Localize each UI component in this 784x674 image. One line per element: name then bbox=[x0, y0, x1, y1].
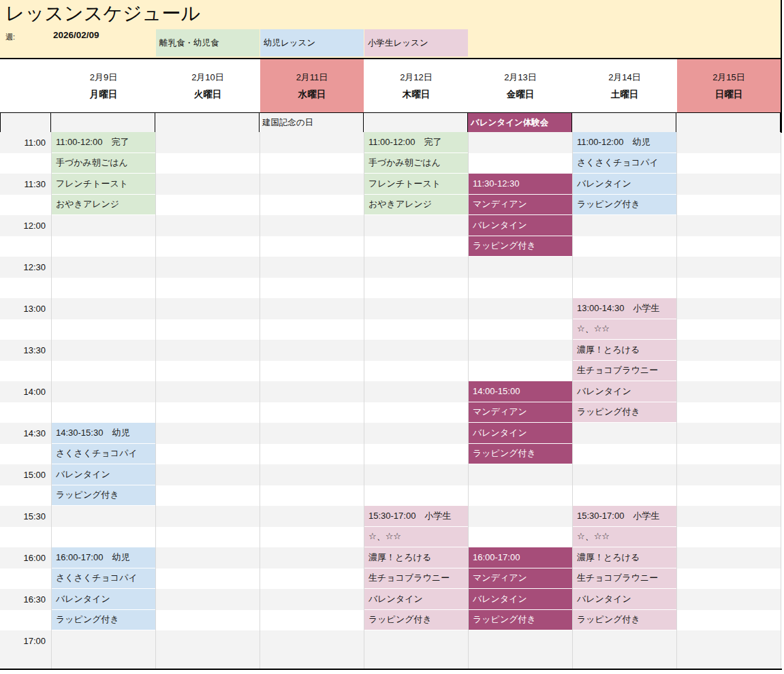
holiday-cell-time[interactable] bbox=[0, 113, 51, 132]
time-label[interactable]: 16:00 bbox=[0, 547, 46, 568]
row-band bbox=[0, 278, 781, 299]
event-line: バレンタイン bbox=[469, 215, 572, 236]
event-line: バレンタイン bbox=[469, 423, 572, 444]
date-label: 2月14日 bbox=[608, 71, 641, 84]
time-label[interactable]: 13:30 bbox=[0, 340, 46, 361]
date-header-day-3[interactable]: 2月12日木曜日 bbox=[364, 59, 468, 112]
week-label: 週: bbox=[5, 32, 15, 42]
time-label[interactable]: 17:00 bbox=[0, 630, 46, 652]
event-line: 濃厚！とろける bbox=[573, 340, 676, 361]
event-line: マンディアン bbox=[469, 402, 572, 423]
event-line: 15:30-17:00 小学生 bbox=[364, 506, 468, 527]
event-line: ラッピング付き bbox=[52, 610, 155, 631]
date-header-day-0[interactable]: 2月9日月曜日 bbox=[52, 59, 155, 112]
legend-chip-pink[interactable]: 小学生レッスン bbox=[364, 29, 468, 57]
event-block[interactable]: 14:30-15:30 幼児さくさくチョコパイバレンタインラッピング付き bbox=[52, 423, 155, 506]
date-label: 2月12日 bbox=[400, 71, 433, 84]
column-separator bbox=[155, 132, 156, 669]
event-line: ラッピング付き bbox=[469, 236, 572, 257]
event-line: マンディアン bbox=[469, 195, 572, 216]
holiday-cell-day-6[interactable] bbox=[676, 113, 781, 132]
date-header-row: 2月9日月曜日2月10日火曜日2月11日水曜日2月12日木曜日2月13日金曜日2… bbox=[0, 59, 784, 112]
event-block[interactable]: 13:00-14:30 小学生☆、☆☆濃厚！とろける生チョコブラウニーバレンタイ… bbox=[573, 298, 676, 423]
date-label: 2月10日 bbox=[191, 71, 224, 84]
event-block[interactable]: 15:30-17:00 小学生☆、☆☆濃厚！とろける生チョコブラウニーバレンタイ… bbox=[573, 506, 676, 630]
event-line: 濃厚！とろける bbox=[364, 547, 468, 568]
sheet-title-header: レッスンスケジュール 週: 2026/02/09 離乳食・幼児食幼児レッスン小学… bbox=[0, 0, 782, 59]
holiday-cell-day-0[interactable] bbox=[51, 113, 155, 132]
holiday-cell-day-2[interactable]: 建国記念の日 bbox=[260, 113, 364, 132]
weekday-label: 金曜日 bbox=[507, 89, 535, 101]
legend-chip-green[interactable]: 離乳食・幼児食 bbox=[156, 29, 260, 57]
holiday-cell-day-1[interactable] bbox=[155, 113, 260, 132]
lesson-schedule-sheet: レッスンスケジュール 週: 2026/02/09 離乳食・幼児食幼児レッスン小学… bbox=[0, 0, 784, 674]
event-line: ☆、☆☆ bbox=[573, 527, 676, 548]
time-label[interactable]: 14:00 bbox=[0, 381, 46, 402]
row-band bbox=[0, 215, 781, 236]
date-header-day-5[interactable]: 2月14日土曜日 bbox=[573, 59, 676, 112]
event-line: おやきアレンジ bbox=[52, 195, 155, 216]
event-line: フレンチトースト bbox=[52, 174, 155, 195]
holiday-cell-day-4[interactable]: バレンタイン体験会 bbox=[468, 113, 572, 132]
event-line: 13:00-14:30 小学生 bbox=[573, 298, 676, 319]
event-block[interactable]: 11:00-12:00 完了手づかみ朝ごはんフレンチトーストおやきアレンジ bbox=[364, 132, 468, 215]
week-date-value[interactable]: 2026/02/09 bbox=[53, 30, 99, 40]
event-line: 15:30-17:00 小学生 bbox=[573, 506, 676, 527]
event-line: 14:00-15:00 bbox=[469, 381, 572, 402]
time-label[interactable]: 15:00 bbox=[0, 464, 46, 485]
date-label: 2月15日 bbox=[712, 71, 745, 84]
row-band bbox=[0, 236, 781, 257]
schedule-grid: 11:0011:3012:0012:3013:0013:3014:0014:30… bbox=[0, 132, 784, 669]
event-line: ラッピング付き bbox=[364, 610, 468, 631]
time-label[interactable]: 16:30 bbox=[0, 589, 46, 610]
event-line: 11:00-12:00 完了 bbox=[52, 132, 155, 153]
event-line: マンディアン bbox=[469, 568, 572, 590]
time-label[interactable]: 11:30 bbox=[0, 174, 46, 195]
date-label: 2月13日 bbox=[504, 71, 537, 84]
event-line: ☆、☆☆ bbox=[573, 319, 676, 340]
event-block[interactable]: 14:00-15:00マンディアンバレンタインラッピング付き bbox=[469, 381, 572, 464]
time-label[interactable]: 14:30 bbox=[0, 423, 46, 444]
event-line: 16:00-17:00 幼児 bbox=[52, 547, 155, 568]
event-line: バレンタイン bbox=[52, 464, 155, 485]
date-label: 2月9日 bbox=[90, 71, 117, 84]
date-header-day-4[interactable]: 2月13日金曜日 bbox=[469, 59, 572, 112]
event-line: さくさくチョコパイ bbox=[573, 153, 676, 174]
time-label[interactable]: 12:00 bbox=[0, 215, 46, 236]
date-header-day-1[interactable]: 2月10日火曜日 bbox=[156, 59, 260, 112]
event-block[interactable]: 11:00-12:00 幼児さくさくチョコパイバレンタインラッピング付き bbox=[573, 132, 676, 215]
event-line: 11:30-12:30 bbox=[469, 174, 572, 195]
column-separator bbox=[676, 132, 677, 669]
event-line: 生チョコブラウニー bbox=[573, 568, 676, 590]
event-line: ラッピング付き bbox=[573, 610, 676, 631]
event-block[interactable]: 16:00-17:00 幼児さくさくチョコパイバレンタインラッピング付き bbox=[52, 547, 155, 630]
weekday-label: 月曜日 bbox=[90, 89, 118, 101]
date-header-day-2[interactable]: 2月11日水曜日 bbox=[260, 59, 364, 112]
holiday-cell-day-3[interactable] bbox=[364, 113, 468, 132]
time-label[interactable]: 13:00 bbox=[0, 298, 46, 319]
holiday-cell-day-5[interactable] bbox=[572, 113, 676, 132]
weekday-label: 木曜日 bbox=[403, 89, 430, 101]
event-block[interactable]: 16:00-17:00マンディアンバレンタインラッピング付き bbox=[469, 547, 572, 630]
event-block[interactable]: 11:30-12:30マンディアンバレンタインラッピング付き bbox=[469, 174, 572, 257]
legend-chip-blue[interactable]: 幼児レッスン bbox=[260, 29, 364, 57]
event-block[interactable]: 11:00-12:00 完了手づかみ朝ごはんフレンチトーストおやきアレンジ bbox=[52, 132, 155, 215]
event-line: ラッピング付き bbox=[573, 195, 676, 216]
event-line: バレンタイン bbox=[469, 589, 572, 610]
time-label[interactable]: 11:00 bbox=[0, 132, 46, 153]
date-header-day-6[interactable]: 2月15日日曜日 bbox=[677, 59, 781, 112]
weekday-label: 土曜日 bbox=[611, 89, 639, 101]
date-label: 2月11日 bbox=[296, 71, 328, 84]
sheet-right-border bbox=[781, 0, 782, 133]
event-line: ☆、☆☆ bbox=[364, 527, 468, 548]
weekday-label: 日曜日 bbox=[715, 89, 743, 101]
weekday-label: 水曜日 bbox=[298, 89, 326, 101]
event-line: ラッピング付き bbox=[52, 485, 155, 507]
time-label[interactable]: 12:30 bbox=[0, 257, 46, 278]
holiday-note-row: 建国記念の日バレンタイン体験会 bbox=[0, 112, 782, 133]
time-label[interactable]: 15:30 bbox=[0, 506, 46, 527]
event-line: 濃厚！とろける bbox=[573, 547, 676, 568]
event-line: 手づかみ朝ごはん bbox=[52, 153, 155, 174]
event-line: 生チョコブラウニー bbox=[573, 361, 676, 382]
event-block[interactable]: 15:30-17:00 小学生☆、☆☆濃厚！とろける生チョコブラウニーバレンタイ… bbox=[364, 506, 468, 630]
